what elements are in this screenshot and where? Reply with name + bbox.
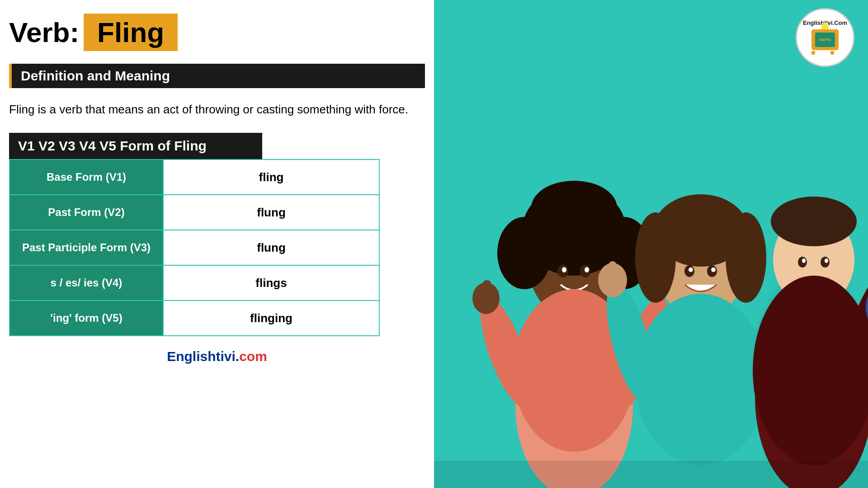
form-label-0: Base Form (V1) (9, 160, 163, 195)
svg-point-37 (802, 258, 806, 263)
table-row: 'ing' form (V5)flinging (9, 300, 379, 336)
svg-point-21 (726, 212, 766, 303)
svg-rect-14 (483, 280, 491, 298)
brand-red: com (239, 349, 267, 364)
svg-point-34 (771, 197, 857, 246)
svg-point-4 (497, 217, 552, 289)
verb-label: Verb: (9, 16, 79, 48)
verb-header: Verb: Fling (9, 14, 425, 51)
form-label-1: Past Form (V2) (9, 195, 163, 230)
table-row: s / es/ ies (V4)flings (9, 265, 379, 300)
svg-rect-29 (609, 261, 617, 281)
brand-dot: . (236, 349, 239, 364)
form-label-4: 'ing' form (V5) (9, 300, 163, 336)
verb-word: Fling (84, 14, 178, 51)
table-row: Past Form (V2)flung (9, 195, 379, 230)
forms-table: Base Form (V1)flingPast Form (V2)flungPa… (9, 159, 380, 336)
svg-point-24 (689, 267, 693, 272)
left-panel: Verb: Fling Definition and Meaning Fling… (0, 0, 434, 488)
form-label-2: Past Participle Form (V3) (9, 230, 163, 265)
svg-point-38 (825, 258, 828, 263)
svg-point-6 (531, 181, 617, 235)
definition-text: Fling is a verb that means an act of thr… (9, 101, 425, 118)
svg-point-9 (562, 267, 566, 272)
people-illustration (434, 0, 868, 488)
form-value-1: flung (163, 195, 379, 230)
form-label-3: s / es/ ies (V4) (9, 265, 163, 300)
definition-heading: Definition and Meaning (9, 64, 425, 88)
form-value-3: flings (163, 265, 379, 300)
table-row: Past Participle Form (V3)flung (9, 230, 379, 265)
forms-heading: V1 V2 V3 V4 V5 Form of Fling (9, 133, 262, 159)
form-value-0: fling (163, 160, 379, 195)
footer-brand: Englishtivi.com (9, 349, 425, 364)
svg-point-26 (635, 294, 766, 465)
svg-point-10 (585, 267, 589, 272)
table-row: Base Form (V1)fling (9, 160, 379, 195)
form-value-2: flung (163, 230, 379, 265)
svg-point-25 (711, 267, 716, 272)
form-value-4: flinging (163, 300, 379, 336)
svg-rect-42 (434, 461, 868, 488)
right-panel: Englishtivi.Com WE♥U (434, 0, 868, 488)
brand-blue: Englishtivi (167, 349, 236, 364)
svg-point-20 (635, 212, 676, 303)
